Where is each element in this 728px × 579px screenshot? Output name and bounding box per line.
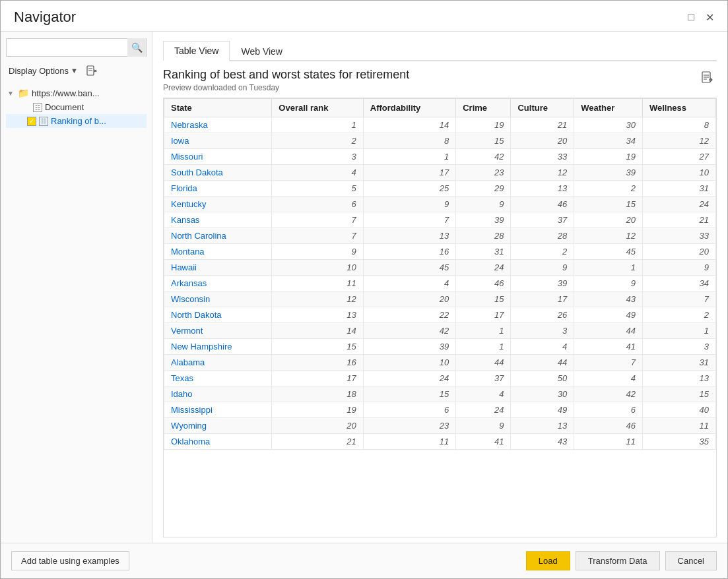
cell-num: 45 (363, 260, 455, 276)
footer: Add table using examples Load Transform … (1, 543, 727, 578)
tree-container: ▼ 📁 https://www.ban... ☷ Document ✓ ☷ Ra… (6, 86, 147, 536)
cell-num: 4 (456, 386, 511, 402)
col-crime: Crime (456, 99, 511, 117)
data-table: State Overall rank Affordability Crime C… (164, 98, 716, 450)
cell-num: 37 (511, 212, 574, 228)
tree-item-ranking[interactable]: ✓ ☷ Ranking of b... (6, 114, 147, 128)
cell-num: 14 (363, 117, 455, 133)
cell-num: 44 (456, 355, 511, 371)
cell-num: 34 (574, 133, 643, 149)
cell-num: 1 (456, 339, 511, 355)
table-body: Nebraska1141921308Iowa2815203412Missouri… (164, 117, 716, 450)
cell-num: 24 (456, 402, 511, 418)
cell-num: 19 (574, 149, 643, 165)
content-area: 🔍 Display Options ▼ (1, 31, 727, 543)
cell-num: 1 (456, 323, 511, 339)
cell-num: 17 (272, 371, 363, 386)
cell-num: 24 (456, 260, 511, 276)
cell-num: 14 (272, 323, 363, 339)
display-options-button[interactable]: Display Options ▼ (6, 65, 81, 77)
table-row: Oklahoma211141431135 (164, 434, 716, 450)
cell-num: 39 (574, 165, 643, 181)
cell-num: 7 (363, 212, 455, 228)
cell-num: 43 (511, 434, 574, 450)
cell-num: 21 (642, 212, 715, 228)
minimize-button[interactable]: □ (684, 10, 698, 24)
right-panel: Table View Web View Ranking of best and … (152, 32, 727, 543)
cell-state: Alabama (164, 355, 272, 371)
cell-num: 20 (642, 244, 715, 260)
cell-num: 50 (511, 371, 574, 386)
cell-num: 7 (642, 291, 715, 307)
add-table-button[interactable]: Add table using examples (11, 551, 129, 570)
table-row: Missouri3142331927 (164, 149, 716, 165)
cell-state: Texas (164, 371, 272, 386)
table-row: Nebraska1141921308 (164, 117, 716, 133)
cell-num: 7 (272, 228, 363, 244)
close-button[interactable]: ✕ (702, 10, 717, 24)
cell-num: 1 (363, 149, 455, 165)
cell-num: 9 (272, 244, 363, 260)
cell-state: Mississippi (164, 402, 272, 418)
cancel-button[interactable]: Cancel (665, 551, 717, 570)
tree-document-label: Document (45, 102, 84, 112)
cell-num: 44 (574, 323, 643, 339)
tab-web-view[interactable]: Web View (230, 41, 294, 61)
cell-num: 12 (574, 228, 643, 244)
search-button[interactable]: 🔍 (127, 38, 146, 57)
cell-num: 40 (642, 402, 715, 418)
cell-num: 49 (574, 307, 643, 323)
preview-subtitle: Preview downloaded on Tuesday (163, 83, 409, 92)
cell-state: Wyoming (164, 418, 272, 434)
import-icon-button[interactable] (83, 62, 100, 79)
cell-num: 18 (272, 386, 363, 402)
cell-num: 1 (574, 260, 643, 276)
preview-export-button[interactable] (698, 68, 717, 86)
cell-num: 26 (511, 307, 574, 323)
table-header-row: State Overall rank Affordability Crime C… (164, 99, 716, 117)
cell-num: 2 (511, 244, 574, 260)
cell-num: 28 (511, 228, 574, 244)
cell-num: 15 (363, 386, 455, 402)
col-state: State (164, 99, 272, 117)
cell-num: 15 (272, 339, 363, 355)
cell-num: 7 (574, 355, 643, 371)
tree-checkbox-icon: ✓ (27, 117, 36, 126)
cell-num: 41 (456, 434, 511, 450)
cell-state: Hawaii (164, 260, 272, 276)
cell-num: 21 (511, 117, 574, 133)
table-row: Hawaii104524919 (164, 260, 716, 276)
cell-num: 39 (363, 339, 455, 355)
cell-num: 13 (272, 307, 363, 323)
search-input[interactable] (7, 42, 127, 54)
cell-num: 41 (574, 339, 643, 355)
cell-num: 4 (363, 276, 455, 291)
tab-table-view[interactable]: Table View (163, 41, 230, 61)
cell-num: 9 (456, 418, 511, 434)
cell-state: Iowa (164, 133, 272, 149)
tree-item-document[interactable]: ☷ Document (6, 100, 147, 114)
tree-url-label: https://www.ban... (32, 88, 100, 98)
tree-item-url[interactable]: ▼ 📁 https://www.ban... (6, 86, 147, 100)
cell-num: 3 (272, 149, 363, 165)
cell-num: 44 (511, 355, 574, 371)
cell-num: 11 (272, 276, 363, 291)
cell-num: 1 (272, 117, 363, 133)
cell-num: 9 (511, 260, 574, 276)
cell-state: Missouri (164, 149, 272, 165)
cell-num: 3 (642, 339, 715, 355)
cell-num: 8 (363, 133, 455, 149)
table-row: North Carolina71328281233 (164, 228, 716, 244)
transform-data-button[interactable]: Transform Data (576, 551, 660, 570)
navigator-dialog: Navigator □ ✕ 🔍 Display Options ▼ (0, 0, 728, 579)
cell-num: 8 (642, 117, 715, 133)
cell-state: Wisconsin (164, 291, 272, 307)
table-container[interactable]: State Overall rank Affordability Crime C… (163, 98, 717, 537)
cell-num: 42 (456, 149, 511, 165)
cell-num: 7 (272, 212, 363, 228)
tree-arrow-icon: ▼ (7, 90, 15, 97)
cell-num: 46 (511, 197, 574, 212)
cell-num: 24 (642, 197, 715, 212)
cell-num: 16 (272, 355, 363, 371)
load-button[interactable]: Load (526, 551, 570, 570)
